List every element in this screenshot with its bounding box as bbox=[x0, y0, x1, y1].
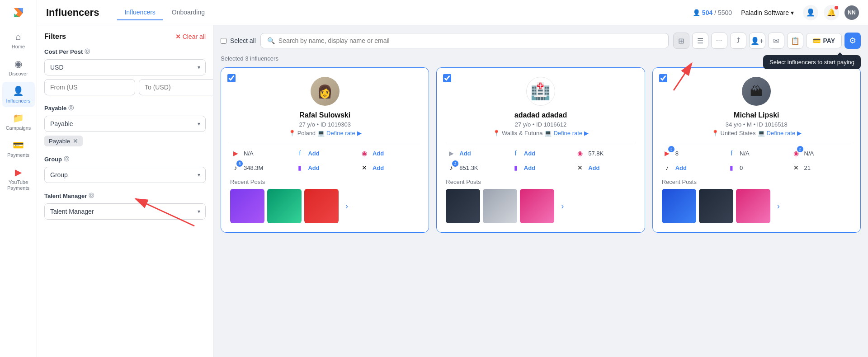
more-options-button[interactable]: ··· bbox=[711, 33, 727, 49]
post-thumb bbox=[446, 189, 480, 223]
instagram-icon: ◉ bbox=[575, 148, 585, 159]
user-count-current: 504 bbox=[702, 9, 712, 16]
select-all-checkbox[interactable] bbox=[221, 38, 226, 44]
more-posts-button[interactable]: › bbox=[557, 189, 568, 223]
table-row: 👩 Rafal Sulowski 27 y/o • ID 1019303 📍 P… bbox=[221, 67, 429, 233]
card-1-checkbox[interactable] bbox=[227, 74, 236, 82]
select-all-label[interactable]: Select all bbox=[221, 37, 256, 44]
add-influencer-button[interactable]: 👤+ bbox=[749, 33, 765, 49]
card-2-facebook: f Add bbox=[510, 148, 571, 159]
currency-select[interactable]: USD EUR GBP bbox=[44, 59, 206, 75]
grid-view-button[interactable]: ⊞ bbox=[673, 33, 689, 49]
card-1-tiktok: ♪ 8 348.3M bbox=[230, 162, 291, 173]
nav-item-onboarding[interactable]: Onboarding bbox=[165, 5, 212, 20]
sidebar-item-discover-label: Discover bbox=[9, 71, 28, 76]
sidebar-item-influencers[interactable]: 👤 Influencers bbox=[2, 82, 35, 107]
card-3-youtube-wrap: ▶ 3 bbox=[662, 148, 673, 159]
app-logo bbox=[10, 5, 27, 21]
card-2-facebook-add[interactable]: Add bbox=[524, 150, 535, 157]
card-3-checkbox-wrapper bbox=[659, 74, 667, 84]
card-2-recent-posts-label: Recent Posts bbox=[446, 178, 635, 185]
card-1-tiktok-badge: 8 bbox=[236, 160, 243, 167]
card-2-youtube: ▶ Add bbox=[446, 148, 506, 159]
more-posts-button[interactable]: › bbox=[341, 189, 352, 223]
card-3-define-rate[interactable]: Define rate bbox=[767, 130, 796, 136]
twitch-icon: ▮ bbox=[510, 162, 521, 173]
card-1-recent-posts: › bbox=[230, 189, 420, 223]
sidebar-item-home[interactable]: ⌂ Home bbox=[2, 28, 35, 53]
pay-label: PAY bbox=[823, 37, 835, 44]
settings-button[interactable]: ⚙ bbox=[844, 33, 861, 49]
card-3-instagram-badge: 2 bbox=[797, 146, 803, 152]
tiktok-icon: ♪ bbox=[662, 162, 673, 173]
card-2-rate-icon: 💻 bbox=[544, 130, 552, 136]
pay-button[interactable]: 💳 PAY bbox=[806, 33, 842, 48]
notification-icon-btn[interactable]: 🔔 bbox=[824, 5, 839, 20]
campaigns-icon: 📁 bbox=[13, 113, 24, 123]
post-thumb bbox=[304, 189, 339, 223]
card-3-twitch: ▮ 0 bbox=[726, 162, 787, 173]
cost-to-input[interactable] bbox=[139, 79, 213, 95]
card-1-youtube: ▶ N/A bbox=[230, 148, 291, 159]
clear-all-button[interactable]: ✕ Clear all bbox=[175, 33, 206, 40]
card-3-twitch-stat: 0 bbox=[740, 164, 743, 171]
table-row: 🏔 Michał Lipski 34 y/o • M • ID 1016518 … bbox=[652, 67, 861, 233]
payable-select[interactable]: Payable Non-payable bbox=[44, 116, 206, 132]
influencers-grid: 👩 Rafal Sulowski 27 y/o • ID 1019303 📍 P… bbox=[221, 67, 861, 233]
list-view-button[interactable]: ☰ bbox=[692, 33, 708, 49]
email-button[interactable]: ✉ bbox=[768, 33, 784, 49]
cost-from-input[interactable] bbox=[44, 79, 135, 95]
sidebar-item-influencers-label: Influencers bbox=[6, 98, 31, 103]
card-1-twitter: ✕ Add bbox=[359, 162, 420, 173]
contract-button[interactable]: 📋 bbox=[787, 33, 803, 49]
group-select[interactable]: Group bbox=[44, 167, 206, 183]
card-1-instagram-add[interactable]: Add bbox=[373, 150, 384, 157]
youtube-payments-icon: ▶ bbox=[15, 167, 22, 178]
instagram-icon: ◉ bbox=[359, 148, 370, 159]
card-2-name: adadad adadad bbox=[446, 111, 635, 119]
payable-tag-remove[interactable]: ✕ bbox=[73, 137, 78, 145]
card-1-avatar: 👩 bbox=[311, 77, 340, 106]
card-2-instagram: ◉ 57.8K bbox=[575, 148, 635, 159]
card-1-name: Rafal Sulowski bbox=[230, 111, 420, 119]
card-2-checkbox[interactable] bbox=[443, 74, 451, 82]
sidebar-item-youtube-payments-label: YouTube Payments bbox=[5, 179, 32, 191]
card-1-meta: 27 y/o • ID 1019303 bbox=[230, 121, 420, 128]
share-button[interactable]: ⤴ bbox=[730, 33, 746, 49]
card-3-facebook: f N/A bbox=[726, 148, 787, 159]
more-posts-button[interactable]: › bbox=[773, 189, 784, 223]
card-3-checkbox[interactable] bbox=[659, 74, 667, 82]
card-2-twitter-add[interactable]: Add bbox=[588, 164, 599, 171]
sidebar-item-youtube-payments[interactable]: ▶ YouTube Payments bbox=[2, 163, 35, 195]
x-icon: ✕ bbox=[359, 162, 370, 173]
filter-cost-per-post: Cost Per Post ⓪ USD EUR GBP ▾ bbox=[44, 48, 206, 95]
card-3-facebook-stat: N/A bbox=[740, 150, 750, 157]
sidebar-item-payments[interactable]: 💳 Payments bbox=[2, 136, 35, 161]
card-2-define-rate[interactable]: Define rate bbox=[553, 130, 582, 136]
card-1-twitter-add[interactable]: Add bbox=[373, 164, 384, 171]
post-thumb bbox=[267, 189, 302, 223]
nav-item-influencers[interactable]: Influencers bbox=[117, 5, 162, 20]
card-1-define-rate[interactable]: Define rate bbox=[326, 130, 355, 136]
card-2-rate-arrow: ▶ bbox=[584, 130, 589, 136]
card-1-recent-posts-label: Recent Posts bbox=[230, 178, 420, 185]
card-2-recent-posts: › bbox=[446, 189, 635, 223]
notification-badge bbox=[835, 6, 838, 9]
card-3-tiktok-add[interactable]: Add bbox=[675, 164, 687, 171]
sidebar-item-campaigns[interactable]: 📁 Campaigns bbox=[2, 109, 35, 134]
talent-manager-select[interactable]: Talent Manager bbox=[44, 203, 206, 220]
top-navigation: Influencers Onboarding bbox=[117, 5, 212, 20]
sidebar-item-discover[interactable]: ◉ Discover bbox=[2, 55, 35, 80]
card-3-location: 📍 United States 💻 Define rate ▶ bbox=[662, 130, 851, 136]
card-1-twitch-add[interactable]: Add bbox=[308, 164, 319, 171]
card-1-facebook-add[interactable]: Add bbox=[308, 150, 319, 157]
card-2-youtube-add[interactable]: Add bbox=[459, 150, 471, 157]
search-input[interactable] bbox=[278, 37, 662, 44]
avatar[interactable]: NN bbox=[844, 5, 859, 20]
post-thumb bbox=[230, 189, 264, 223]
card-2-twitch-add[interactable]: Add bbox=[524, 164, 535, 171]
filter-group: Group ⓪ Group ▾ bbox=[44, 155, 206, 183]
profile-icon-btn[interactable]: 👤 bbox=[803, 5, 818, 20]
card-1-twitch: ▮ Add bbox=[294, 162, 355, 173]
company-selector[interactable]: Paladin Software ▾ bbox=[741, 9, 794, 16]
